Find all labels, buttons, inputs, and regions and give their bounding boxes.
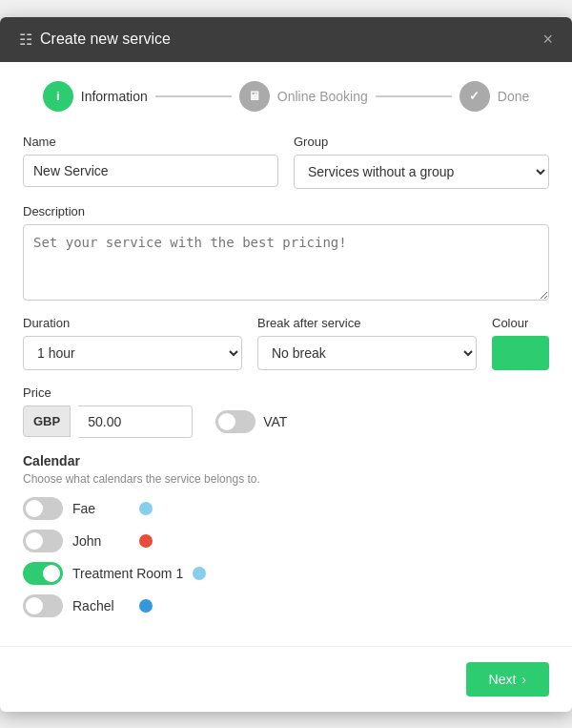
calendar-name-john: John [72,533,130,549]
break-label: Break after service [257,316,477,330]
toggle-john[interactable] [23,530,63,552]
close-button[interactable]: × [542,31,553,48]
toggle-fae[interactable] [23,497,63,520]
toggle-slider-rachel [23,594,63,617]
step-information: i Information [43,81,148,112]
currency-badge: GBP [23,406,71,437]
step-information-icon: i [56,89,60,103]
description-label: Description [23,204,549,218]
calendar-item-fae: Fae [23,497,549,520]
document-icon: ☷ [19,31,32,49]
colour-label: Colour [492,316,549,330]
step-line-2 [376,95,452,97]
step-done-label: Done [498,89,529,104]
duration-break-colour-row: Duration 30 minutes 45 minutes 1 hour 1.… [23,316,549,370]
calendar-item-john: John [23,530,549,552]
colour-swatch-button[interactable] [492,336,549,370]
dot-rachel [139,599,153,613]
step-online-booking: 🖥 Online Booking [239,81,368,112]
name-input[interactable] [23,155,278,187]
vat-toggle-group: VAT [215,410,287,433]
duration-select[interactable]: 30 minutes 45 minutes 1 hour 1.5 hours 2… [23,336,242,370]
step-done-circle: ✓ [460,81,490,112]
modal-footer: Next › [0,646,572,712]
calendar-name-treatment-room: Treatment Room 1 [72,566,183,581]
step-line-1 [155,95,232,97]
steps-bar: i Information 🖥 Online Booking ✓ Done [23,81,549,112]
step-online-booking-icon: 🖥 [248,89,260,103]
colour-group: Colour [492,316,549,370]
vat-toggle-slider [215,410,255,433]
price-section: Price GBP VAT [23,385,549,438]
next-label: Next [489,672,517,687]
step-online-booking-circle: 🖥 [239,81,270,112]
calendar-name-rachel: Rachel [72,598,130,614]
break-select[interactable]: No break 5 minutes 10 minutes 15 minutes… [257,336,477,370]
group-select[interactable]: Services without a group Group 1 Group 2 [294,155,549,189]
vat-toggle[interactable] [215,410,255,433]
next-button[interactable]: Next › [466,662,549,697]
toggle-slider-fae [23,497,63,520]
header-left: ☷ Create new service [19,31,171,49]
calendar-section-title: Calendar [23,453,549,468]
name-group: Name [23,135,278,189]
break-group: Break after service No break 5 minutes 1… [257,316,477,370]
description-textarea[interactable] [23,224,549,301]
name-group-row: Name Group Services without a group Grou… [23,135,549,189]
dot-treatment-room [193,567,206,580]
calendar-item-treatment-room: Treatment Room 1 [23,562,549,585]
next-arrow-icon: › [521,672,526,687]
calendar-item-rachel: Rachel [23,594,549,617]
group-label: Group [294,135,549,149]
create-service-modal: ☷ Create new service × i Information 🖥 O… [0,17,572,712]
group-group: Group Services without a group Group 1 G… [294,135,549,189]
description-group: Description [23,204,549,301]
dot-john [139,534,153,548]
toggle-treatment-room[interactable] [23,562,63,585]
modal-title: Create new service [40,31,171,48]
step-information-label: Information [81,89,148,104]
step-done: ✓ Done [460,81,529,112]
modal-header: ☷ Create new service × [0,17,572,62]
calendar-name-fae: Fae [72,501,130,516]
toggle-slider-treatment-room [23,562,63,585]
duration-group: Duration 30 minutes 45 minutes 1 hour 1.… [23,316,242,370]
vat-label: VAT [263,414,287,429]
toggle-rachel[interactable] [23,594,63,617]
dot-fae [139,502,153,515]
step-information-circle: i [43,81,73,112]
price-row: GBP VAT [23,406,549,438]
price-label: Price [23,385,549,400]
duration-label: Duration [23,316,242,330]
calendar-subtitle: Choose what calendars the service belong… [23,472,549,486]
step-online-booking-label: Online Booking [277,89,368,104]
step-done-icon: ✓ [469,89,480,103]
modal-body: i Information 🖥 Online Booking ✓ Done [0,62,572,646]
toggle-slider-john [23,530,63,552]
name-label: Name [23,135,278,149]
price-input[interactable] [78,406,193,438]
